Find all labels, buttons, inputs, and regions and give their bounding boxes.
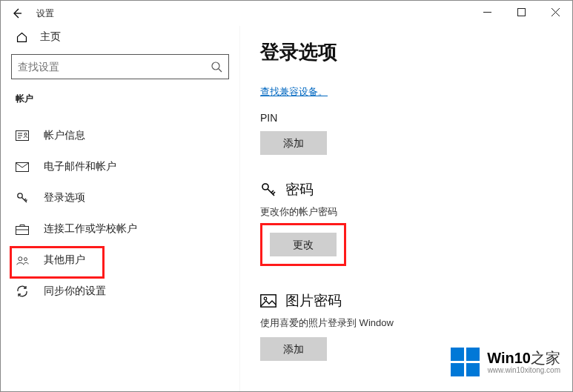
vertical-divider [239,26,240,391]
compat-devices-link[interactable]: 查找兼容设备。 [260,86,328,97]
close-button[interactable] [538,1,572,23]
sidebar-item-account-info[interactable]: 帐户信息 [1,120,239,151]
sidebar-item-email-accounts[interactable]: 电子邮件和帐户 [1,151,239,182]
settings-window: 设置 主页 帐户 [0,0,573,392]
home-nav[interactable]: 主页 [1,26,239,54]
watermark-brand: Win10之家 [487,350,560,366]
minimize-button[interactable] [470,1,504,23]
picture-password-subtitle: 使用喜爱的照片登录到 Window [260,316,552,330]
sidebar: 主页 帐户 帐户信息 电子邮件和帐户 [1,26,239,392]
home-label: 主页 [40,30,61,44]
search-input[interactable] [11,54,229,79]
content-area: 登录选项 查找兼容设备。 PIN 添加 密码 更改你的帐户密码 更改 图片密码 … [239,26,572,392]
maximize-button[interactable] [504,1,538,23]
maximize-icon [517,8,526,16]
search-field[interactable] [18,61,211,73]
pin-add-button[interactable]: 添加 [260,131,327,155]
sidebar-item-label: 连接工作或学校帐户 [44,222,137,236]
briefcase-icon [16,224,29,235]
id-card-icon [16,130,29,141]
password-section: 密码 [260,180,552,199]
arrow-left-icon [11,7,23,19]
highlight-signin-options [10,246,105,279]
svg-point-3 [24,133,27,135]
svg-rect-10 [261,295,276,307]
sidebar-item-label: 登录选项 [44,191,85,205]
sidebar-item-label: 帐户信息 [44,129,85,142]
password-subtitle: 更改你的帐户密码 [260,205,552,219]
highlight-change-password: 更改 [260,223,346,266]
svg-rect-0 [517,8,525,16]
password-change-button[interactable]: 更改 [270,233,337,256]
watermark: Win10之家 www.win10xitong.com [446,345,565,379]
password-title: 密码 [285,180,314,199]
mail-icon [16,162,29,172]
picture-password-section: 图片密码 [260,291,552,310]
windows-logo-icon [451,348,480,376]
sidebar-item-signin-options[interactable]: 登录选项 [1,182,239,213]
svg-point-11 [264,297,267,300]
sidebar-item-work-school[interactable]: 连接工作或学校帐户 [1,213,239,245]
search-icon [211,61,222,73]
key-icon [260,182,276,198]
back-button[interactable] [4,1,30,26]
key-icon [16,191,29,205]
home-icon [16,31,28,44]
sync-icon [16,285,29,298]
category-label: 帐户 [16,93,225,105]
pin-label: PIN [260,112,552,124]
minimize-icon [483,8,491,16]
sidebar-item-label: 电子邮件和帐户 [44,160,116,173]
watermark-url: www.win10xitong.com [488,366,560,374]
window-controls [470,1,572,23]
picture-password-title: 图片密码 [285,291,342,310]
page-title: 登录选项 [260,39,552,65]
svg-point-1 [212,62,219,70]
picture-icon [260,294,276,308]
close-icon [552,8,560,16]
svg-point-9 [262,184,268,190]
sidebar-item-sync[interactable]: 同步你的设置 [1,276,239,307]
sidebar-item-label: 同步你的设置 [44,285,106,298]
titlebar: 设置 [1,1,572,26]
svg-rect-6 [16,226,29,234]
picture-password-add-button[interactable]: 添加 [260,337,327,361]
app-title: 设置 [36,7,54,20]
